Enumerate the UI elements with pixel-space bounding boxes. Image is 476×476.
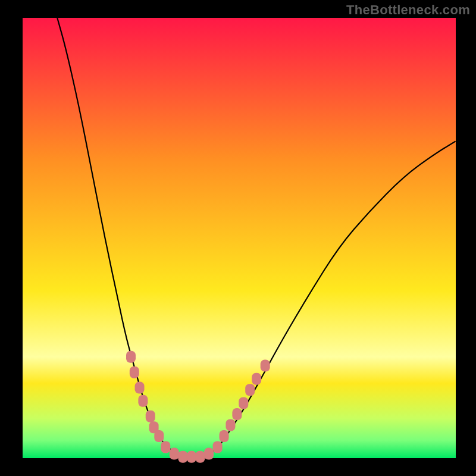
marker-point	[146, 411, 155, 422]
marker-point	[178, 451, 187, 463]
chart-svg	[0, 0, 476, 476]
marker-point	[138, 395, 148, 407]
marker-point	[245, 384, 255, 396]
marker-point	[130, 367, 139, 378]
chart-stage: TheBottleneck.com	[0, 0, 476, 476]
marker-point	[135, 382, 145, 394]
marker-point	[161, 441, 170, 453]
marker-point	[220, 430, 229, 442]
plot-background	[23, 18, 456, 458]
marker-point	[213, 441, 223, 453]
marker-point	[252, 373, 261, 385]
marker-point	[226, 419, 235, 431]
marker-point	[232, 408, 242, 420]
marker-point	[187, 451, 196, 463]
watermark-text: TheBottleneck.com	[346, 2, 470, 18]
marker-point	[204, 448, 214, 460]
marker-point	[126, 351, 136, 363]
marker-point	[261, 360, 270, 372]
marker-point	[195, 451, 205, 463]
marker-point	[239, 397, 248, 409]
marker-point	[154, 430, 164, 442]
marker-point	[170, 448, 179, 460]
